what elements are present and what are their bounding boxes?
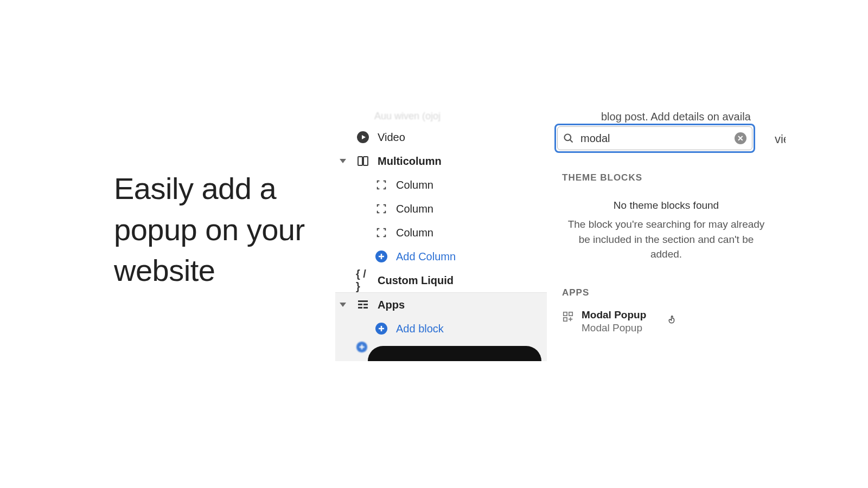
truncated-text-right: vie bbox=[775, 132, 786, 146]
plus-circle-icon bbox=[374, 249, 388, 264]
plus-circle-icon bbox=[356, 341, 368, 356]
block-search-input[interactable] bbox=[580, 132, 735, 145]
sidebar-item-column[interactable]: Column bbox=[335, 197, 547, 221]
theme-blocks-heading: THEME BLOCKS bbox=[562, 172, 642, 183]
svg-rect-9 bbox=[363, 307, 368, 309]
sidebar-item-label: Video bbox=[378, 131, 405, 144]
add-block-label: Add block bbox=[396, 323, 444, 335]
sidebar-item-label: Apps bbox=[378, 299, 405, 311]
partial-cutoff-row: Auu wiven (ojoj bbox=[335, 110, 547, 125]
no-theme-blocks-message: No theme blocks found The block you're s… bbox=[547, 200, 786, 262]
search-result-modal-popup[interactable]: Modal Popup Modal Popup bbox=[554, 304, 771, 339]
svg-rect-7 bbox=[363, 304, 368, 305]
svg-rect-8 bbox=[358, 307, 362, 309]
svg-rect-6 bbox=[358, 304, 362, 305]
plus-circle-icon bbox=[374, 322, 388, 336]
sidebar-item-apps[interactable]: Apps bbox=[335, 293, 547, 317]
marketing-headline: Easily add a popup on your website bbox=[114, 168, 331, 291]
theme-editor-sidebar: Auu wiven (ojoj Video Multicolumn Column bbox=[335, 107, 547, 361]
block-search-field[interactable]: ✕ bbox=[554, 124, 755, 153]
svg-rect-2 bbox=[358, 157, 362, 165]
svg-rect-15 bbox=[569, 312, 572, 316]
caret-down-icon bbox=[340, 303, 346, 307]
columns-icon bbox=[356, 154, 370, 168]
add-column-button[interactable]: Add Column bbox=[335, 245, 547, 268]
play-icon bbox=[356, 130, 370, 144]
corners-icon bbox=[374, 202, 388, 216]
add-block-button[interactable]: Add block bbox=[335, 317, 547, 341]
floating-toolbar[interactable] bbox=[368, 346, 541, 361]
sidebar-item-custom-liquid[interactable]: { / } Custom Liquid bbox=[335, 268, 547, 292]
block-picker-panel: blog post. Add details on availa vie ✕ T… bbox=[547, 107, 786, 361]
sidebar-item-multicolumn[interactable]: Multicolumn bbox=[335, 149, 547, 173]
search-icon bbox=[563, 133, 574, 144]
apps-heading: APPS bbox=[562, 287, 589, 298]
apps-grid-icon bbox=[356, 298, 370, 312]
sidebar-item-label: Column bbox=[396, 179, 433, 191]
sidebar-item-column[interactable]: Column bbox=[335, 173, 547, 197]
result-title: Modal Popup bbox=[582, 309, 646, 321]
screenshot-frame: Auu wiven (ojoj Video Multicolumn Column bbox=[335, 107, 786, 361]
corners-icon bbox=[374, 226, 388, 240]
add-column-label: Add Column bbox=[396, 251, 456, 263]
sidebar-item-column[interactable]: Column bbox=[335, 221, 547, 245]
truncated-description: blog post. Add details on availa bbox=[601, 111, 751, 123]
svg-rect-3 bbox=[363, 157, 368, 165]
svg-rect-16 bbox=[564, 318, 567, 321]
caret-down-icon bbox=[340, 159, 346, 163]
sidebar-item-label: Custom Liquid bbox=[378, 274, 454, 287]
code-braces-icon: { / } bbox=[356, 273, 370, 287]
svg-line-13 bbox=[570, 140, 573, 143]
sidebar-item-label: Column bbox=[396, 227, 433, 239]
corners-icon bbox=[374, 178, 388, 192]
app-block-icon bbox=[562, 311, 574, 323]
sidebar-item-video[interactable]: Video bbox=[335, 125, 547, 149]
svg-rect-14 bbox=[564, 312, 567, 316]
svg-point-12 bbox=[565, 134, 571, 141]
result-subtitle: Modal Popup bbox=[582, 322, 646, 334]
no-results-description: The block you're searching for may alrea… bbox=[562, 217, 770, 262]
pointer-cursor-icon bbox=[667, 313, 678, 325]
svg-rect-5 bbox=[358, 300, 368, 302]
clear-search-icon[interactable]: ✕ bbox=[735, 132, 746, 144]
sidebar-item-label: Multicolumn bbox=[378, 155, 442, 168]
sidebar-item-label: Column bbox=[396, 203, 433, 215]
no-results-title: No theme blocks found bbox=[562, 200, 770, 211]
